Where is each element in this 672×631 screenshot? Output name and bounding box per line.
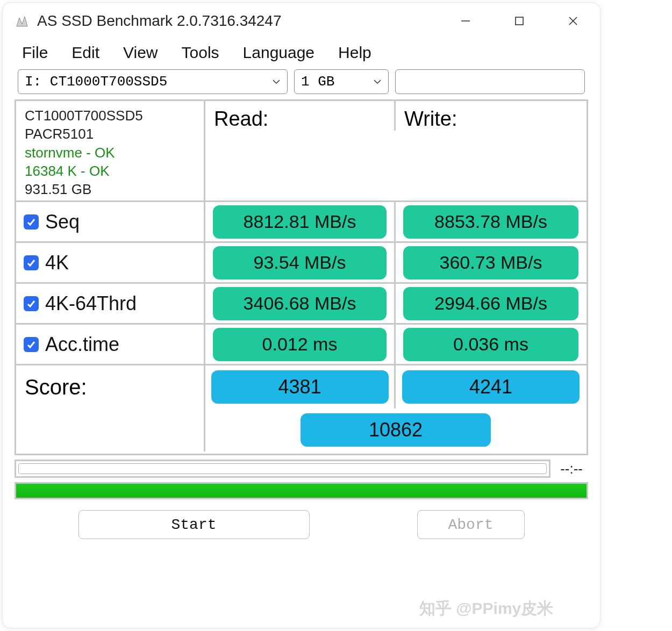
- app-icon: [13, 12, 31, 30]
- driver-status: stornvme - OK: [25, 144, 143, 162]
- score-write: 4241: [402, 370, 580, 404]
- window-title: AS SSD Benchmark 2.0.7316.34247: [37, 12, 439, 30]
- svg-rect-1: [516, 17, 523, 25]
- column-header-write: Write:: [396, 101, 457, 131]
- seq-read-value: 8812.81 MB/s: [213, 205, 387, 239]
- menu-file[interactable]: File: [22, 44, 48, 62]
- label-seq: Seq: [45, 211, 80, 233]
- label-4k: 4K: [45, 252, 69, 274]
- column-header-read: Read:: [205, 101, 268, 131]
- row-score: Score: 4381 4241 10862: [16, 365, 587, 454]
- drive-select-value: I: CT1000T700SSD5: [25, 74, 167, 90]
- device-firmware: PACR5101: [25, 125, 143, 143]
- start-button[interactable]: Start: [78, 510, 310, 539]
- toolbar-selects: I: CT1000T700SSD5 1 GB: [3, 65, 600, 99]
- checkbox-4k[interactable]: [24, 255, 39, 270]
- device-capacity: 931.51 GB: [25, 180, 143, 198]
- bottom-buttons: Start Abort: [15, 510, 588, 539]
- device-info: CT1000T700SSD5 PACR5101 stornvme - OK 16…: [24, 101, 143, 204]
- progress-bar: [15, 460, 551, 478]
- 4k-read-value: 93.54 MB/s: [213, 246, 387, 279]
- score-read: 4381: [211, 370, 389, 404]
- titlebar: AS SSD Benchmark 2.0.7316.34247: [3, 3, 600, 39]
- toolbar-spacer: [395, 69, 585, 94]
- acc-read-value: 0.012 ms: [213, 328, 387, 361]
- 4k64-write-value: 2994.66 MB/s: [403, 287, 578, 320]
- menu-help[interactable]: Help: [338, 44, 371, 62]
- window-controls: [439, 3, 600, 39]
- row-4k64: 4K-64Thrd 3406.68 MB/s 2994.66 MB/s: [16, 284, 587, 325]
- label-acc: Acc.time: [45, 333, 119, 356]
- chevron-down-icon: [372, 76, 383, 87]
- minimize-button[interactable]: [439, 3, 492, 39]
- 4k64-read-value: 3406.68 MB/s: [213, 287, 387, 320]
- abort-button[interactable]: Abort: [417, 510, 525, 539]
- row-4k: 4K 93.54 MB/s 360.73 MB/s: [16, 243, 587, 284]
- align-status: 16384 K - OK: [25, 162, 143, 180]
- score-total: 10862: [301, 413, 491, 447]
- checkbox-4k64[interactable]: [24, 296, 39, 311]
- size-select-value: 1 GB: [301, 74, 334, 90]
- chevron-down-icon: [271, 76, 282, 87]
- menu-language[interactable]: Language: [243, 44, 314, 62]
- header-row: CT1000T700SSD5 PACR5101 stornvme - OK 16…: [16, 101, 587, 202]
- maximize-button[interactable]: [492, 3, 546, 39]
- status-row: --:--: [15, 460, 588, 478]
- window-as-ssd-benchmark: AS SSD Benchmark 2.0.7316.34247 File Edi…: [2, 2, 600, 628]
- size-select[interactable]: 1 GB: [294, 69, 389, 94]
- score-label: Score:: [16, 365, 205, 451]
- row-seq: Seq 8812.81 MB/s 8853.78 MB/s: [16, 202, 587, 243]
- completion-bar: [15, 482, 588, 499]
- drive-select[interactable]: I: CT1000T700SSD5: [18, 69, 288, 94]
- acc-write-value: 0.036 ms: [403, 328, 578, 361]
- checkbox-seq[interactable]: [24, 214, 39, 230]
- menubar: File Edit View Tools Language Help: [3, 39, 600, 65]
- menu-edit[interactable]: Edit: [72, 44, 99, 62]
- row-acc: Acc.time 0.012 ms 0.036 ms: [16, 325, 587, 365]
- elapsed-time: --:--: [560, 461, 588, 477]
- device-model: CT1000T700SSD5: [25, 106, 143, 125]
- 4k-write-value: 360.73 MB/s: [403, 246, 578, 279]
- seq-write-value: 8853.78 MB/s: [403, 205, 578, 239]
- menu-view[interactable]: View: [123, 44, 158, 62]
- menu-tools[interactable]: Tools: [182, 44, 219, 62]
- label-4k64: 4K-64Thrd: [45, 292, 137, 315]
- results-table: CT1000T700SSD5 PACR5101 stornvme - OK 16…: [15, 99, 588, 455]
- checkbox-acc[interactable]: [24, 337, 39, 352]
- close-button[interactable]: [546, 3, 600, 39]
